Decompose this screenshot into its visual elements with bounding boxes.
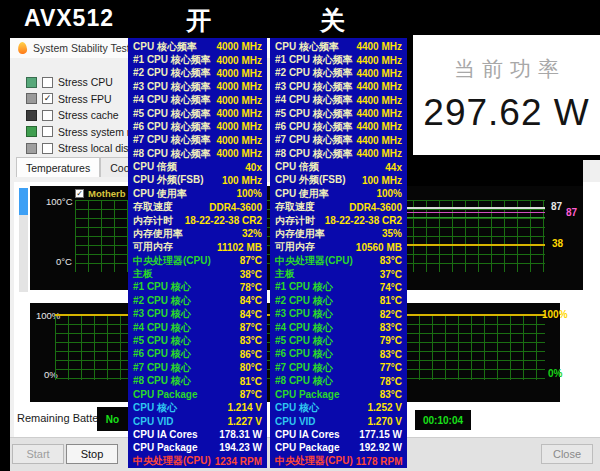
elapsed-time: 00:10:04 [415, 410, 471, 430]
sensor-label: #3 CPU 核心 [133, 308, 191, 321]
temp-value-label: 87 [551, 201, 562, 212]
stress-item[interactable]: Stress system memo [26, 124, 136, 141]
sensor-row: #5 CPU 核心83°C [128, 334, 267, 347]
sensor-row: #3 CPU 核心频率4400 MHz [270, 80, 407, 93]
stress-checkbox[interactable] [42, 110, 53, 121]
sensor-row: 内存使用率32% [128, 227, 267, 240]
graph-scrollbar[interactable] [19, 188, 28, 292]
sensor-label: #5 CPU 核心 [133, 334, 191, 347]
sensor-row: CPU 外频(FSB)100 MHz [128, 174, 267, 187]
sensor-value: 4000 MHz [216, 81, 262, 92]
sensor-label: #6 CPU 核心 [275, 348, 333, 361]
sensor-value: 87°C [240, 255, 262, 266]
sensor-row: #7 CPU 核心77°C [270, 361, 407, 374]
sensor-row: CPU VID1.227 V [128, 415, 267, 428]
sensor-value: 44x [385, 162, 402, 173]
stop-button[interactable]: Stop [66, 444, 118, 464]
sensor-label: 内存计时 [275, 214, 315, 227]
sensor-value: 1234 RPM [215, 456, 262, 467]
sensor-value: 77°C [380, 362, 402, 373]
avx-on-heading: 开 [186, 4, 211, 37]
sensor-label: CPU VID [133, 416, 174, 427]
stress-item[interactable]: Stress CPU [26, 74, 136, 91]
stress-item-label: Stress local disks [58, 142, 139, 154]
sensor-row: #6 CPU 核心频率4000 MHz [128, 120, 267, 133]
sensor-label: #1 CPU 核心 [275, 281, 333, 294]
sensor-label: #5 CPU 核心频率 [275, 107, 353, 120]
sensor-value: 4000 MHz [216, 95, 262, 106]
motherboard-legend-label: Motherb [88, 188, 125, 199]
sensor-value: 100% [236, 188, 262, 199]
stress-item-label: Stress cache [58, 109, 119, 121]
sensor-value: 83°C [380, 389, 402, 400]
graph-legend: ✓ Motherb [75, 188, 125, 199]
sensor-row: 中央处理器(CPU)83°C [270, 254, 407, 267]
stress-checkbox[interactable] [42, 126, 53, 137]
sensor-row: #5 CPU 核心频率4400 MHz [270, 107, 407, 120]
sensor-row: #1 CPU 核心74°C [270, 281, 407, 294]
sensor-label: #8 CPU 核心 [275, 374, 333, 387]
sensor-row: #2 CPU 核心81°C [270, 294, 407, 307]
sensor-row: CPU 倍频40x [128, 160, 267, 173]
sensor-row: 主板38°C [128, 267, 267, 280]
sensor-row: #5 CPU 核心79°C [270, 334, 407, 347]
sensor-row: #1 CPU 核心频率4000 MHz [128, 53, 267, 66]
sensor-value: 38°C [240, 269, 262, 280]
temp-axis-min-label: 0°C [56, 256, 72, 267]
sensor-row: CPU 倍频44x [270, 160, 407, 173]
sensor-row: CPU 外频(FSB)100 MHz [270, 174, 407, 187]
sensor-row: #1 CPU 核心频率4400 MHz [270, 53, 407, 66]
sensor-row: 存取速度DDR4-3600 [270, 201, 407, 214]
sensor-value: 1178 RPM [356, 456, 403, 467]
sensor-row: CPU 使用率100% [128, 187, 267, 200]
temp-value-label: 87 [566, 207, 577, 218]
sensor-value: 78°C [380, 376, 402, 387]
sensor-row: 中央处理器(CPU)1178 RPM [270, 455, 407, 468]
sensor-label: CPU 核心 [133, 401, 177, 414]
cpu-chip-icon [26, 77, 37, 88]
sensor-value: 83°C [380, 255, 402, 266]
sensor-value: 4400 MHz [356, 135, 402, 146]
sensor-label: CPU Package [275, 389, 339, 400]
sensor-value: 194.23 W [219, 442, 262, 453]
cache-chip-icon [26, 110, 37, 121]
sensor-row: CPU IA Cores177.15 W [270, 428, 407, 441]
stress-checkbox[interactable] [42, 77, 53, 88]
sensor-label: 可用内存 [133, 241, 173, 254]
sensor-row: #4 CPU 核心83°C [270, 321, 407, 334]
sensor-row: CPU 核心1.252 V [270, 401, 407, 414]
sensor-label: #2 CPU 核心 [275, 294, 333, 307]
sensor-label: #1 CPU 核心频率 [275, 53, 353, 66]
sensor-label: 内存使用率 [275, 227, 325, 240]
sensor-value: 192.92 W [359, 442, 402, 453]
motherboard-checkbox[interactable]: ✓ [75, 189, 84, 198]
stress-item-label: Stress FPU [58, 93, 112, 105]
sensor-row: CPU Package192.92 W [270, 441, 407, 454]
stress-item[interactable]: Stress local disks [26, 140, 136, 157]
stress-item[interactable]: Stress cache [26, 107, 136, 124]
avx512-heading: AVX512 [24, 5, 114, 32]
usage-value-label: 0% [548, 368, 562, 379]
sensor-row: #8 CPU 核心频率4000 MHz [128, 147, 267, 160]
sensor-row: #3 CPU 核心84°C [128, 308, 267, 321]
tab-temperatures[interactable]: Temperatures [16, 157, 100, 177]
sensor-value: 18-22-22-38 CR2 [325, 215, 402, 226]
scrollbar-thumb[interactable] [19, 188, 28, 215]
sensor-row: #3 CPU 核心82°C [270, 308, 407, 321]
stress-checkbox[interactable] [42, 143, 53, 154]
sensor-value: 81°C [240, 376, 262, 387]
sensor-value: 78°C [240, 282, 262, 293]
sensor-row: 内存计时18-22-22-38 CR2 [270, 214, 407, 227]
stress-item[interactable]: ✓Stress FPU [26, 91, 136, 108]
sensor-value: 87°C [240, 322, 262, 333]
sensor-row: #4 CPU 核心87°C [128, 321, 267, 334]
temp-value-label: 38 [552, 238, 563, 249]
stress-checkbox[interactable]: ✓ [42, 93, 53, 104]
sensor-panel-avx-off: CPU 核心频率4400 MHz#1 CPU 核心频率4400 MHz#2 CP… [270, 38, 407, 468]
sensor-value: 4400 MHz [356, 95, 402, 106]
sensor-value: 4400 MHz [356, 55, 402, 66]
sensor-label: #4 CPU 核心 [133, 321, 191, 334]
start-button[interactable]: Start [12, 444, 64, 464]
close-button[interactable]: Close [541, 444, 593, 464]
sensor-row: CPU 使用率100% [270, 187, 407, 200]
